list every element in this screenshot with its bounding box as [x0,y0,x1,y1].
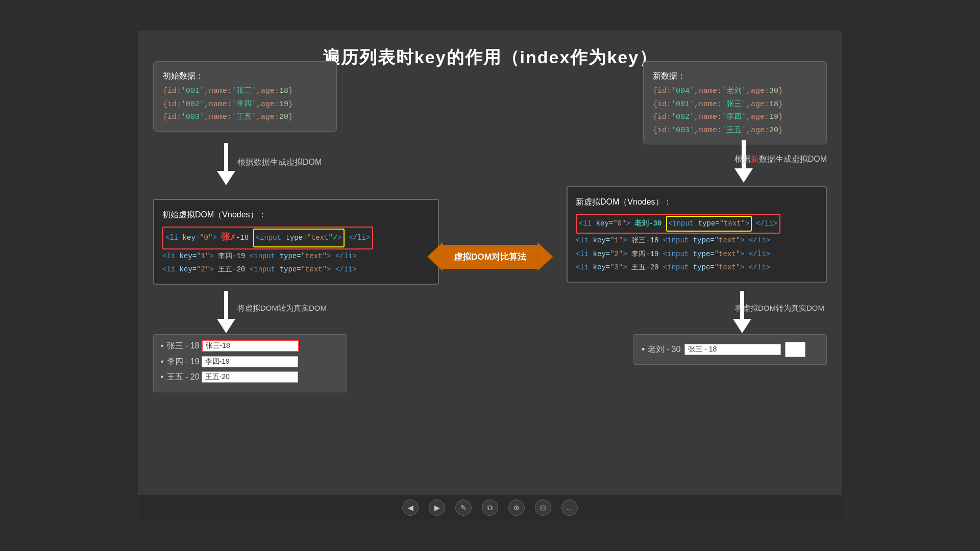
slide: 遍历列表时key的作用（index作为key） 初始数据： {id:'001',… [138,31,842,520]
real-dom-input-2[interactable] [202,356,298,367]
arrow-label-left: 根据数据生成虚拟DOM [237,157,322,168]
new-vdom-row-2: <li key="2"> 李四-19 <input type="text"> <… [576,247,818,261]
real-dom-new-empty-box [785,342,805,357]
new-data-line-2: {id:'001',name:'张三',age:18} [653,98,817,111]
toolbar-forward-btn[interactable]: ▶ [429,499,445,516]
vdom-initial-row-2: <li key="2"> 王五-20 <input type="text"> <… [162,263,430,277]
initial-data-box: 初始数据： {id:'001',name:'张三',age:18} {id:'0… [153,61,337,132]
new-vdom-box: 新虚拟DOM（Vnodes）： <li key="0"> 老刘-30 <inpu… [567,186,827,283]
toolbar-zoom-btn[interactable]: ⊕ [508,499,525,516]
toolbar-minus-btn[interactable]: ⊟ [535,499,551,516]
initial-data-line-3: {id:'003',name:'王五',age:20} [163,111,327,124]
real-dom-item-1: • 张三 - 18 [161,340,339,352]
new-data-box: 新数据： {id:'004',name:'老刘',age:30} {id:'00… [643,61,827,144]
arrow-initial-to-vdom [217,143,235,185]
arrow-label-right: 根据新数据生成虚拟DOM [734,154,827,165]
toolbar-copy-btn[interactable]: ⧉ [482,499,498,516]
initial-data-label: 初始数据： [163,69,327,83]
new-data-line-4: {id:'003',name:'王五',age:20} [653,124,817,137]
real-dom-item-3: • 王五 - 20 [161,371,339,383]
real-dom-new-box: • 老刘 - 30 [633,334,827,365]
real-dom-input-1[interactable] [202,340,299,352]
real-dom-input-3[interactable] [202,371,298,383]
initial-data-line-2: {id:'002',name:'李四',age:19} [163,98,327,111]
compare-arrow: 虚拟DOM对比算法 [427,242,553,271]
new-vdom-label: 新虚拟DOM（Vnodes）： [576,194,818,210]
real-dom-item-2: • 李四 - 19 [161,356,339,367]
real-dom-label-right: 将虚拟DOM转为真实DOM [735,304,824,313]
toolbar-more-btn[interactable]: … [561,499,578,516]
new-data-line-3: {id:'002',name:'李四',age:19} [653,111,817,124]
real-dom-new-input[interactable] [684,344,781,355]
new-data-line-1: {id:'004',name:'老刘',age:30} [653,85,817,98]
initial-data-line-1: {id:'001',name:'张三',age:18} [163,85,327,98]
initial-vdom-box: 初始虚拟DOM（Vnodes）： <li key="0"> 张✗-18 <inp… [153,199,439,285]
new-vdom-row-3: <li key="3"> 王五-20 <input type="text"> <… [576,261,818,274]
vdom-initial-row-1: <li key="1"> 李四-19 <input type="text"> <… [162,249,430,263]
new-data-label: 新数据： [653,69,817,83]
arrow-vdom-to-real-left [217,291,235,333]
initial-vdom-label: 初始虚拟DOM（Vnodes）： [162,207,430,222]
toolbar: ◀ ▶ ✎ ⧉ ⊕ ⊟ … [138,495,842,520]
vdom-initial-row-0: <li key="0"> 张✗-18 <input type="text"✓> … [162,227,430,249]
real-dom-label-left: 将虚拟DOM转为真实DOM [237,304,327,313]
toolbar-edit-btn[interactable]: ✎ [455,499,472,516]
compare-label: 虚拟DOM对比算法 [454,251,526,263]
real-dom-initial-box: • 张三 - 18 • 李四 - 19 • 王五 - 20 [153,334,347,392]
new-vdom-row-1: <li key="1"> 张三-18 <input type="text"> <… [576,234,818,247]
toolbar-back-btn[interactable]: ◀ [402,499,419,516]
new-vdom-row-0: <li key="0"> 老刘-30 <input type="text"> <… [576,214,818,234]
